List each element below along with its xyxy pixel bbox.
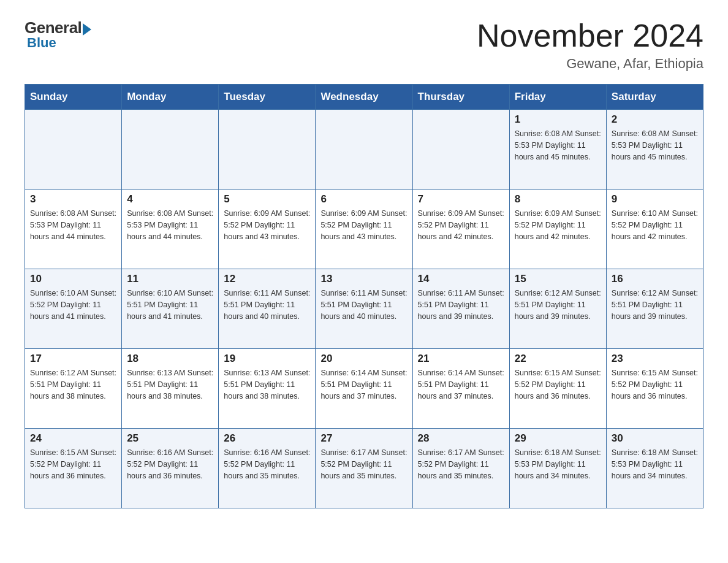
calendar-cell: 14Sunrise: 6:11 AM Sunset: 5:51 PM Dayli… (412, 269, 509, 349)
calendar-cell: 29Sunrise: 6:18 AM Sunset: 5:53 PM Dayli… (509, 429, 606, 508)
day-info: Sunrise: 6:10 AM Sunset: 5:52 PM Dayligh… (30, 288, 116, 322)
day-info: Sunrise: 6:11 AM Sunset: 5:51 PM Dayligh… (320, 288, 407, 322)
day-info: Sunrise: 6:15 AM Sunset: 5:52 PM Dayligh… (612, 367, 698, 402)
day-header-thursday: Thursday (412, 85, 509, 110)
calendar-cell: 20Sunrise: 6:14 AM Sunset: 5:51 PM Dayli… (316, 349, 412, 429)
calendar-cell: 5Sunrise: 6:09 AM Sunset: 5:52 PM Daylig… (219, 190, 316, 269)
header: General Blue November 2024 Gewane, Afar,… (25, 18, 703, 72)
day-info: Sunrise: 6:12 AM Sunset: 5:51 PM Dayligh… (30, 367, 116, 402)
day-info: Sunrise: 6:10 AM Sunset: 5:52 PM Dayligh… (612, 208, 698, 242)
logo-blue-text: Blue (27, 35, 56, 51)
day-number: 14 (418, 273, 504, 285)
calendar-cell: 17Sunrise: 6:12 AM Sunset: 5:51 PM Dayli… (25, 349, 122, 429)
day-number: 19 (224, 353, 310, 365)
day-number: 27 (320, 432, 407, 445)
day-info: Sunrise: 6:17 AM Sunset: 5:52 PM Dayligh… (418, 447, 504, 481)
calendar-cell: 13Sunrise: 6:11 AM Sunset: 5:51 PM Dayli… (316, 269, 412, 349)
calendar-cell: 21Sunrise: 6:14 AM Sunset: 5:51 PM Dayli… (412, 349, 509, 429)
day-info: Sunrise: 6:18 AM Sunset: 5:53 PM Dayligh… (612, 447, 698, 481)
day-number: 7 (418, 193, 504, 205)
day-info: Sunrise: 6:14 AM Sunset: 5:51 PM Dayligh… (320, 367, 407, 402)
day-info: Sunrise: 6:12 AM Sunset: 5:51 PM Dayligh… (612, 288, 698, 322)
calendar-week-row: 1Sunrise: 6:08 AM Sunset: 5:53 PM Daylig… (25, 110, 703, 190)
calendar-cell: 9Sunrise: 6:10 AM Sunset: 5:52 PM Daylig… (606, 190, 703, 269)
day-info: Sunrise: 6:09 AM Sunset: 5:52 PM Dayligh… (224, 208, 310, 242)
calendar-cell (316, 110, 412, 190)
calendar-cell: 27Sunrise: 6:17 AM Sunset: 5:52 PM Dayli… (316, 429, 412, 508)
day-info: Sunrise: 6:16 AM Sunset: 5:52 PM Dayligh… (127, 447, 213, 481)
calendar-cell: 26Sunrise: 6:16 AM Sunset: 5:52 PM Dayli… (219, 429, 316, 508)
day-number: 26 (224, 432, 310, 445)
calendar-table: SundayMondayTuesdayWednesdayThursdayFrid… (25, 84, 703, 508)
day-info: Sunrise: 6:18 AM Sunset: 5:53 PM Dayligh… (515, 447, 601, 481)
day-info: Sunrise: 6:15 AM Sunset: 5:52 PM Dayligh… (30, 447, 116, 481)
day-header-monday: Monday (122, 85, 219, 110)
day-number: 15 (515, 273, 601, 285)
calendar-cell: 25Sunrise: 6:16 AM Sunset: 5:52 PM Dayli… (122, 429, 219, 508)
calendar-cell: 11Sunrise: 6:10 AM Sunset: 5:51 PM Dayli… (122, 269, 219, 349)
day-info: Sunrise: 6:14 AM Sunset: 5:51 PM Dayligh… (418, 367, 504, 402)
calendar-cell (122, 110, 219, 190)
day-number: 5 (224, 193, 310, 205)
calendar-cell: 8Sunrise: 6:09 AM Sunset: 5:52 PM Daylig… (509, 190, 606, 269)
title-area: November 2024 Gewane, Afar, Ethiopia (477, 18, 703, 72)
day-info: Sunrise: 6:10 AM Sunset: 5:51 PM Dayligh… (127, 288, 213, 322)
calendar-cell: 22Sunrise: 6:15 AM Sunset: 5:52 PM Dayli… (509, 349, 606, 429)
location-title: Gewane, Afar, Ethiopia (477, 56, 703, 72)
day-info: Sunrise: 6:16 AM Sunset: 5:52 PM Dayligh… (224, 447, 310, 481)
day-number: 12 (224, 273, 310, 285)
logo: General Blue (25, 18, 91, 51)
day-header-sunday: Sunday (25, 85, 122, 110)
calendar-cell: 7Sunrise: 6:09 AM Sunset: 5:52 PM Daylig… (412, 190, 509, 269)
calendar-cell (25, 110, 122, 190)
day-number: 23 (612, 353, 698, 365)
day-info: Sunrise: 6:15 AM Sunset: 5:52 PM Dayligh… (515, 367, 601, 402)
day-info: Sunrise: 6:09 AM Sunset: 5:52 PM Dayligh… (320, 208, 407, 242)
day-header-friday: Friday (509, 85, 606, 110)
calendar-cell: 24Sunrise: 6:15 AM Sunset: 5:52 PM Dayli… (25, 429, 122, 508)
calendar-cell: 18Sunrise: 6:13 AM Sunset: 5:51 PM Dayli… (122, 349, 219, 429)
calendar-cell: 19Sunrise: 6:13 AM Sunset: 5:51 PM Dayli… (219, 349, 316, 429)
day-number: 30 (612, 432, 698, 445)
day-number: 24 (30, 432, 116, 445)
day-number: 18 (127, 353, 213, 365)
calendar-cell: 30Sunrise: 6:18 AM Sunset: 5:53 PM Dayli… (606, 429, 703, 508)
day-number: 20 (320, 353, 407, 365)
day-number: 28 (418, 432, 504, 445)
day-number: 13 (320, 273, 407, 285)
day-info: Sunrise: 6:08 AM Sunset: 5:53 PM Dayligh… (515, 128, 601, 163)
day-info: Sunrise: 6:13 AM Sunset: 5:51 PM Dayligh… (224, 367, 310, 402)
calendar-cell: 4Sunrise: 6:08 AM Sunset: 5:53 PM Daylig… (122, 190, 219, 269)
calendar-cell: 23Sunrise: 6:15 AM Sunset: 5:52 PM Dayli… (606, 349, 703, 429)
day-info: Sunrise: 6:09 AM Sunset: 5:52 PM Dayligh… (418, 208, 504, 242)
calendar-cell (219, 110, 316, 190)
day-header-wednesday: Wednesday (316, 85, 412, 110)
day-number: 17 (30, 353, 116, 365)
calendar-cell: 15Sunrise: 6:12 AM Sunset: 5:51 PM Dayli… (509, 269, 606, 349)
day-number: 9 (612, 193, 698, 205)
day-number: 21 (418, 353, 504, 365)
day-info: Sunrise: 6:11 AM Sunset: 5:51 PM Dayligh… (224, 288, 310, 322)
logo-arrow-icon (83, 23, 91, 36)
day-number: 2 (612, 113, 698, 126)
calendar-cell: 2Sunrise: 6:08 AM Sunset: 5:53 PM Daylig… (606, 110, 703, 190)
calendar-week-row: 17Sunrise: 6:12 AM Sunset: 5:51 PM Dayli… (25, 349, 703, 429)
day-number: 22 (515, 353, 601, 365)
day-number: 6 (320, 193, 407, 205)
calendar-cell: 10Sunrise: 6:10 AM Sunset: 5:52 PM Dayli… (25, 269, 122, 349)
calendar-week-row: 3Sunrise: 6:08 AM Sunset: 5:53 PM Daylig… (25, 190, 703, 269)
day-info: Sunrise: 6:11 AM Sunset: 5:51 PM Dayligh… (418, 288, 504, 322)
day-info: Sunrise: 6:08 AM Sunset: 5:53 PM Dayligh… (30, 208, 116, 242)
calendar-week-row: 24Sunrise: 6:15 AM Sunset: 5:52 PM Dayli… (25, 429, 703, 508)
calendar-cell: 1Sunrise: 6:08 AM Sunset: 5:53 PM Daylig… (509, 110, 606, 190)
day-number: 11 (127, 273, 213, 285)
day-info: Sunrise: 6:17 AM Sunset: 5:52 PM Dayligh… (320, 447, 407, 481)
day-info: Sunrise: 6:12 AM Sunset: 5:51 PM Dayligh… (515, 288, 601, 322)
calendar-cell: 16Sunrise: 6:12 AM Sunset: 5:51 PM Dayli… (606, 269, 703, 349)
calendar-header-row: SundayMondayTuesdayWednesdayThursdayFrid… (25, 85, 703, 110)
calendar-cell (412, 110, 509, 190)
day-info: Sunrise: 6:09 AM Sunset: 5:52 PM Dayligh… (515, 208, 601, 242)
day-number: 3 (30, 193, 116, 205)
month-title: November 2024 (477, 18, 703, 53)
day-number: 25 (127, 432, 213, 445)
